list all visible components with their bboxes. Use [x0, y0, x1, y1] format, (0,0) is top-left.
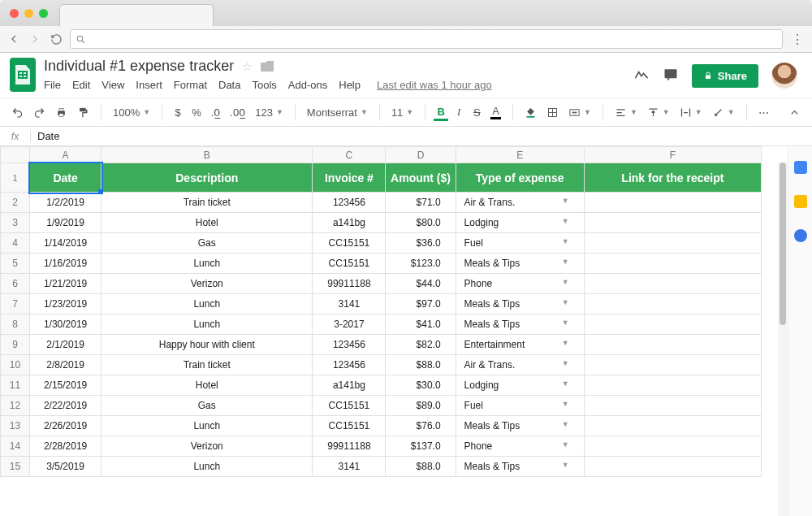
row-header[interactable]: 11 — [1, 375, 30, 396]
cell-date[interactable]: 1/2/2019 — [30, 193, 102, 213]
cell-amount[interactable]: $97.0 — [386, 294, 456, 314]
spreadsheet-grid[interactable]: A B C D E F 1 Date Description Invoice #… — [0, 146, 788, 516]
cell-invoice[interactable]: CC15151 — [313, 254, 386, 274]
undo-button[interactable] — [8, 105, 27, 120]
cell-invoice[interactable]: 123456 — [313, 335, 386, 355]
cell-date[interactable]: 1/16/2019 — [30, 254, 102, 274]
cell-date[interactable]: 2/8/2019 — [30, 355, 102, 375]
cell-type[interactable]: Lodging▼ — [456, 375, 584, 396]
chevron-down-icon[interactable]: ▼ — [562, 339, 569, 347]
cell-link[interactable] — [584, 274, 761, 294]
cell-date[interactable]: 1/21/2019 — [30, 274, 102, 294]
h-align-button[interactable]: ▼ — [611, 105, 641, 120]
table-row[interactable]: 61/21/2019Verizon99911188$44.0Phone▼ — [1, 274, 762, 294]
menu-format[interactable]: Format — [174, 79, 207, 91]
cell-amount[interactable]: $82.0 — [386, 335, 456, 355]
cell-desc[interactable]: Gas — [102, 233, 313, 254]
row-header[interactable]: 4 — [1, 233, 30, 254]
chevron-down-icon[interactable]: ▼ — [562, 319, 569, 327]
row-header[interactable]: 10 — [1, 355, 30, 375]
fx-icon[interactable]: fx — [0, 131, 31, 142]
folder-icon[interactable] — [261, 61, 274, 72]
table-row[interactable]: 112/15/2019Hotela141bg$30.0Lodging▼ — [1, 375, 762, 396]
cell-type[interactable]: Phone▼ — [456, 274, 584, 294]
cell-date[interactable]: 1/14/2019 — [30, 233, 102, 254]
cell-date[interactable]: 2/15/2019 — [30, 375, 102, 396]
cell-desc[interactable]: Lunch — [102, 416, 313, 436]
zoom-select[interactable]: 100% ▼ — [110, 105, 153, 120]
bold-button[interactable]: B — [434, 104, 448, 121]
cell-invoice[interactable]: 3141 — [313, 294, 386, 314]
table-row[interactable]: 122/22/2019GasCC15151$89.0Fuel▼ — [1, 396, 762, 416]
cell-type[interactable]: Fuel▼ — [456, 233, 584, 254]
cell-link[interactable] — [584, 457, 761, 477]
cell-date[interactable]: 2/26/2019 — [30, 416, 102, 436]
text-wrap-button[interactable]: ▼ — [676, 105, 706, 120]
table-row[interactable]: 92/1/2019Happy hour with client123456$82… — [1, 335, 762, 355]
menu-help[interactable]: Help — [339, 79, 361, 91]
borders-button[interactable] — [543, 105, 562, 120]
text-rotation-button[interactable]: ▼ — [709, 105, 738, 120]
fill-color-button[interactable] — [521, 105, 540, 120]
vertical-scrollbar[interactable] — [778, 163, 788, 516]
cell-invoice[interactable]: CC15151 — [313, 416, 386, 436]
row-header[interactable]: 15 — [1, 457, 30, 477]
reload-button[interactable] — [49, 33, 63, 46]
chevron-down-icon[interactable]: ▼ — [562, 237, 569, 245]
cell-amount[interactable]: $36.0 — [386, 233, 456, 254]
cell-amount[interactable]: $137.0 — [386, 436, 456, 457]
chevron-down-icon[interactable]: ▼ — [562, 379, 569, 388]
cell-invoice[interactable]: a141bg — [313, 213, 386, 233]
table-row[interactable]: 41/14/2019GasCC15151$36.0Fuel▼ — [1, 233, 762, 254]
col-header-b[interactable]: B — [102, 147, 313, 163]
number-format-select[interactable]: 123 ▼ — [252, 105, 287, 120]
tasks-addon-icon[interactable] — [794, 229, 807, 242]
cell-link[interactable] — [584, 254, 761, 274]
decrease-decimal-button[interactable]: .0̲ — [208, 105, 224, 120]
browser-tab[interactable] — [59, 4, 214, 26]
table-row[interactable]: 153/5/2019Lunch3141$88.0Meals & Tips▼ — [1, 457, 762, 477]
row-header[interactable]: 8 — [1, 314, 30, 335]
col-header-f[interactable]: F — [584, 147, 761, 163]
row-header[interactable]: 5 — [1, 254, 30, 274]
font-select[interactable]: Montserrat ▼ — [304, 105, 371, 120]
calendar-addon-icon[interactable] — [794, 161, 807, 174]
cell-type[interactable]: Lodging▼ — [456, 213, 584, 233]
chevron-down-icon[interactable]: ▼ — [562, 197, 569, 205]
cell-amount[interactable]: $41.0 — [386, 314, 456, 335]
cell-desc[interactable]: Lunch — [102, 294, 313, 314]
cell-amount[interactable]: $30.0 — [386, 375, 456, 396]
col-header-a[interactable]: A — [30, 147, 102, 163]
row-header[interactable]: 13 — [1, 416, 30, 436]
chevron-down-icon[interactable]: ▼ — [562, 440, 569, 449]
cell-desc[interactable]: Gas — [102, 396, 313, 416]
cell-invoice[interactable]: a141bg — [313, 375, 386, 396]
cell-link[interactable] — [584, 314, 761, 335]
print-button[interactable] — [52, 105, 71, 120]
star-icon[interactable]: ☆ — [242, 59, 253, 74]
row-header[interactable]: 14 — [1, 436, 30, 457]
cell-date[interactable]: 2/1/2019 — [30, 335, 102, 355]
cell-amount[interactable]: $71.0 — [386, 193, 456, 213]
header-desc[interactable]: Description — [102, 163, 313, 193]
cell-desc[interactable]: Verizon — [102, 274, 313, 294]
cell-amount[interactable]: $89.0 — [386, 396, 456, 416]
table-row[interactable]: 132/26/2019LunchCC15151$76.0Meals & Tips… — [1, 416, 762, 436]
table-row[interactable]: 31/9/2019Hotela141bg$80.0Lodging▼ — [1, 213, 762, 233]
cell-invoice[interactable]: 99911188 — [313, 436, 386, 457]
table-row[interactable]: 51/16/2019LunchCC15151$123.0Meals & Tips… — [1, 254, 762, 274]
menu-tools[interactable]: Tools — [252, 79, 276, 91]
cell-invoice[interactable]: 3141 — [313, 457, 386, 477]
chevron-down-icon[interactable]: ▼ — [562, 217, 569, 225]
table-row[interactable]: 21/2/2019Train ticket123456$71.0Air & Tr… — [1, 193, 762, 213]
cell-type[interactable]: Meals & Tips▼ — [456, 294, 584, 314]
cell-invoice[interactable]: 99911188 — [313, 274, 386, 294]
cell-link[interactable] — [584, 233, 761, 254]
cell-date[interactable]: 1/9/2019 — [30, 213, 102, 233]
chevron-down-icon[interactable]: ▼ — [562, 420, 569, 428]
address-input[interactable] — [70, 29, 783, 49]
cell-invoice[interactable]: 123456 — [313, 355, 386, 375]
header-invoice[interactable]: Invoice # — [313, 163, 386, 193]
more-toolbar-icon[interactable]: ⋯ — [755, 105, 772, 120]
cell-desc[interactable]: Lunch — [102, 254, 313, 274]
